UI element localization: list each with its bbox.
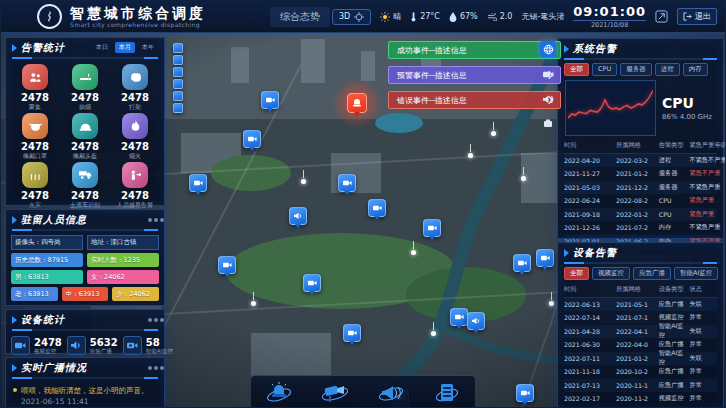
cell-grid: 2022-04-1 bbox=[616, 328, 659, 335]
stat-value: 2478 bbox=[10, 141, 60, 152]
tab-ai[interactable]: 智能AI监控 bbox=[674, 267, 718, 280]
event-banner-success[interactable]: 成功事件--描述信息 bbox=[388, 41, 561, 59]
event-banner-stack: 成功事件--描述信息 预警事件--描述信息 错误事件--描述信息 bbox=[388, 41, 561, 109]
tab-all[interactable]: 全部 bbox=[564, 267, 589, 280]
camera-icon bbox=[11, 336, 30, 355]
device-stat-label: 智能AI监控 bbox=[146, 348, 173, 355]
tab-year[interactable]: 本年 bbox=[138, 42, 158, 53]
mini-marker[interactable] bbox=[173, 55, 183, 65]
view-3d-toggle[interactable]: 3D bbox=[332, 9, 371, 25]
camera-tool-button[interactable] bbox=[319, 379, 351, 407]
tab-cpu[interactable]: CPU bbox=[592, 63, 617, 76]
tab-all[interactable]: 全部 bbox=[564, 63, 589, 76]
device-stat-label: 应急广播 bbox=[90, 348, 118, 355]
cell-time: 2021-07-13 bbox=[564, 382, 616, 389]
face-mask-icon bbox=[22, 113, 48, 139]
tab-process[interactable]: 进程 bbox=[655, 63, 680, 76]
fist-icon bbox=[122, 64, 148, 90]
fullscreen-icon[interactable] bbox=[655, 10, 668, 23]
cell-level: 紧急严重 bbox=[689, 210, 717, 219]
camera-marker[interactable] bbox=[513, 254, 531, 272]
event-banner-error[interactable]: 错误事件--描述信息 bbox=[388, 91, 561, 109]
alert-marker-fire[interactable] bbox=[347, 93, 367, 113]
mini-marker[interactable] bbox=[173, 67, 183, 77]
panel-title: 系统告警 bbox=[573, 42, 617, 56]
camera-marker[interactable] bbox=[218, 256, 236, 274]
speaker-layer-button[interactable] bbox=[540, 91, 556, 107]
table-row: 2021-11-182020-10-2应急广播异常 bbox=[564, 365, 717, 379]
camera-marker[interactable] bbox=[423, 219, 441, 237]
siren-tool-button[interactable] bbox=[263, 379, 295, 407]
stat-value: 2478 bbox=[60, 92, 110, 103]
cell-type: 智能AI监控 bbox=[659, 349, 690, 367]
panel-live-broadcast: 实时广播情况 喂喂，我能听清楚，这是小明的声音。 2021-06-15 11:4… bbox=[5, 357, 165, 408]
tab-memory[interactable]: 内存 bbox=[683, 63, 708, 76]
cell-time: 2021-06-30 bbox=[564, 341, 616, 348]
camera-marker[interactable] bbox=[368, 199, 386, 217]
clock-time: 09:01:00 bbox=[573, 5, 646, 18]
alarm-layer-button[interactable] bbox=[540, 116, 556, 132]
people-gathering-icon bbox=[22, 64, 48, 90]
camera-marker[interactable] bbox=[343, 324, 361, 342]
cell-grid: 2020-11-2 bbox=[616, 395, 659, 402]
poi-dot[interactable] bbox=[468, 153, 473, 158]
panel-underline bbox=[12, 377, 158, 379]
event-banner-warning[interactable]: 预警事件--描述信息 bbox=[388, 66, 561, 84]
mini-marker[interactable] bbox=[173, 43, 183, 53]
weather-text: 晴 bbox=[393, 11, 401, 22]
tab-comprehensive-situation[interactable]: 综合态势 bbox=[270, 7, 330, 27]
poi-dot[interactable] bbox=[521, 176, 526, 181]
cell-type: CPU bbox=[659, 197, 690, 204]
flame-icon bbox=[122, 113, 148, 139]
stat-value: 2478 bbox=[110, 190, 160, 201]
panel-arrow-icon bbox=[12, 216, 17, 224]
exit-button[interactable]: 退出 bbox=[677, 8, 717, 25]
poi-dot[interactable] bbox=[301, 179, 306, 184]
camera-marker[interactable] bbox=[189, 174, 207, 192]
mini-marker[interactable] bbox=[173, 79, 183, 89]
more-icon[interactable] bbox=[154, 366, 158, 370]
tab-server[interactable]: 服务器 bbox=[620, 63, 652, 76]
speaker-marker[interactable] bbox=[467, 312, 485, 330]
tab-today[interactable]: 本日 bbox=[92, 42, 112, 53]
mini-marker[interactable] bbox=[173, 103, 183, 113]
humidity-value: 67% bbox=[460, 12, 478, 21]
camera-marker[interactable] bbox=[303, 274, 321, 292]
location-label[interactable]: 无锡-鼋头渚 bbox=[521, 11, 564, 22]
camera-marker[interactable] bbox=[516, 384, 534, 402]
camera-marker[interactable] bbox=[261, 91, 279, 109]
cell-time: 2022-06-24 bbox=[564, 197, 616, 204]
stat-label: 佩戴口罩 bbox=[10, 152, 60, 159]
poi-dot[interactable] bbox=[491, 131, 496, 136]
camera-marker[interactable] bbox=[338, 174, 356, 192]
device-stat-label: 视频监控 bbox=[34, 348, 62, 355]
tab-month[interactable]: 本月 bbox=[115, 42, 135, 53]
speaker-tool-button[interactable] bbox=[375, 379, 407, 407]
panel-arrow-icon bbox=[564, 249, 569, 257]
cell-status: 失联 bbox=[689, 354, 717, 363]
camera-marker[interactable] bbox=[536, 249, 554, 267]
poi-dot[interactable] bbox=[431, 331, 436, 336]
camera-layer-button[interactable] bbox=[540, 66, 556, 82]
panel-arrow-icon bbox=[12, 44, 17, 52]
mini-marker[interactable] bbox=[173, 91, 183, 101]
cell-status: 异常 bbox=[689, 381, 717, 390]
server-tool-button[interactable] bbox=[431, 379, 463, 407]
poi-dot[interactable] bbox=[549, 301, 554, 306]
poi-dot[interactable] bbox=[251, 301, 256, 306]
cell-status: 异常 bbox=[689, 367, 717, 376]
more-icon[interactable] bbox=[154, 318, 158, 322]
more-icon[interactable] bbox=[154, 218, 158, 222]
tab-video[interactable]: 视频监控 bbox=[592, 267, 630, 280]
camera-marker[interactable] bbox=[243, 130, 261, 148]
globe-layer-button[interactable] bbox=[540, 41, 556, 57]
camera-marker[interactable] bbox=[450, 308, 468, 326]
poi-dot[interactable] bbox=[411, 250, 416, 255]
cell-time: 2021-11-18 bbox=[564, 368, 616, 375]
view-3d-label: 3D bbox=[339, 12, 350, 21]
realtime-count-bar: 实时人数：1235 bbox=[87, 253, 159, 267]
tab-broadcast[interactable]: 应急广播 bbox=[633, 267, 671, 280]
speaker-marker[interactable] bbox=[289, 207, 307, 225]
col-grid: 所属网格 bbox=[616, 285, 659, 294]
cell-time: 2021-04-28 bbox=[564, 328, 616, 335]
